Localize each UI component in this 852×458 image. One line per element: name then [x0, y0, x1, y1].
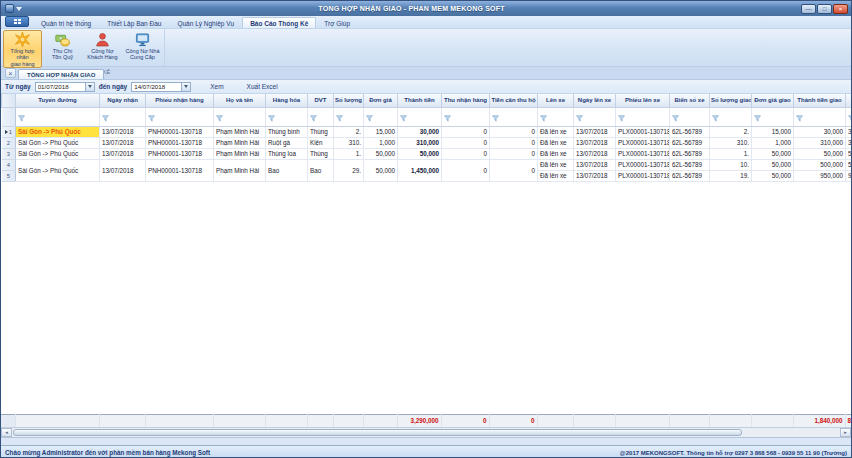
grid-column-header[interactable]: Thu giao hàng [846, 94, 852, 107]
grid-cell[interactable]: 50,000 [752, 159, 794, 170]
grid-cell[interactable]: PNH00001-130718 [146, 137, 214, 148]
ribbon-button-cash-fund[interactable]: Thu Chi Tồn Quỹ [43, 30, 82, 68]
grid-cell[interactable]: PLX00001-130718 [616, 148, 670, 159]
grid-cell[interactable]: Phạm Minh Hải [214, 159, 266, 181]
filter-row-indicator[interactable] [2, 107, 16, 126]
grid-cell[interactable]: Ruột gà [266, 137, 308, 148]
export-excel-button[interactable]: Xuất Excel [232, 81, 282, 92]
grid-cell[interactable]: 1,450,000 [398, 159, 442, 181]
horizontal-scrollbar[interactable]: ◄ ► [1, 427, 851, 437]
grid-cell[interactable]: 2. [334, 126, 364, 137]
ribbon-button-summary-report[interactable]: Tổng hợp nhận giao hàng [3, 30, 42, 68]
maximize-button[interactable]: □ [817, 4, 832, 14]
ribbon-tab-5[interactable]: Trợ Giúp [316, 17, 358, 28]
filter-cell[interactable] [266, 107, 308, 126]
grid-column-header[interactable]: Phiếu nhận hàng [146, 94, 214, 107]
view-button[interactable]: Xem [195, 81, 227, 92]
grid-cell[interactable]: 13/07/2018 [574, 159, 616, 170]
filter-cell[interactable] [670, 107, 710, 126]
filter-cell[interactable] [146, 107, 214, 126]
title-bar[interactable]: TỔNG HỢP NHẬN GIAO - PHẦN MỀM MEKONG SOF… [1, 1, 851, 16]
grid-row[interactable]: 3Sài Gòn -> Phú Quốc13/07/2018PNH00001-1… [2, 148, 852, 159]
grid-cell[interactable]: 13/07/2018 [574, 126, 616, 137]
from-date-input[interactable] [36, 83, 85, 91]
grid-column-header[interactable]: Lên xe [538, 94, 574, 107]
grid-cell[interactable]: 0 [490, 148, 538, 159]
grid-cell[interactable]: Đã lên xe [538, 126, 574, 137]
from-date-picker[interactable] [35, 82, 95, 92]
filter-cell[interactable] [616, 107, 670, 126]
grid-column-header[interactable]: Phiếu lên xe [616, 94, 670, 107]
filter-cell[interactable] [752, 107, 794, 126]
grid-cell[interactable]: 950,000 [794, 170, 846, 181]
ribbon-tab-3[interactable]: Quản Lý Nghiệp Vụ [169, 17, 242, 28]
grid-cell[interactable]: 50,000 [846, 148, 852, 159]
filter-cell[interactable] [794, 107, 846, 126]
grid-cell[interactable]: 310. [334, 137, 364, 148]
grid-cell[interactable]: PNH00001-130718 [146, 159, 214, 181]
grid-cell[interactable]: Phạm Minh Hải [214, 148, 266, 159]
filter-cell[interactable] [710, 107, 752, 126]
grid-column-header[interactable]: DVT [308, 94, 334, 107]
grid-cell[interactable]: PNH00001-130718 [146, 126, 214, 137]
grid-cell[interactable]: Đã lên xe [538, 170, 574, 181]
document-tab-1[interactable]: TỔNG HỢP NHẬN GIAO [18, 69, 104, 79]
grid-column-header[interactable]: Đơn giá giao [752, 94, 794, 107]
from-date-dropdown-button[interactable] [85, 83, 94, 91]
filter-cell[interactable] [214, 107, 266, 126]
grid-cell[interactable]: Sài Gòn -> Phú Quốc [16, 148, 100, 159]
grid-column-header[interactable]: Số lượng giao [710, 94, 752, 107]
scroll-left-button[interactable]: ◄ [1, 428, 12, 437]
grid-cell[interactable]: Bao [266, 159, 308, 181]
grid-column-header[interactable]: Thành tiền [398, 94, 442, 107]
grid-cell[interactable]: 500,000 [846, 159, 852, 170]
grid-cell[interactable]: 50,000 [752, 170, 794, 181]
ribbon-tab-1[interactable]: Quản trị hệ thống [33, 17, 99, 28]
filter-cell[interactable] [442, 107, 490, 126]
grid-cell[interactable]: 13/07/2018 [100, 137, 146, 148]
grid-filter-row[interactable] [2, 107, 852, 126]
grid-cell[interactable]: 13/07/2018 [100, 148, 146, 159]
grid-cell[interactable]: 310. [710, 137, 752, 148]
grid-cell[interactable]: 30,000 [398, 126, 442, 137]
ribbon-button-supplier-debt[interactable]: Công Nợ Nhà Cung Cấp [123, 30, 162, 68]
grid-cell[interactable]: 13/07/2018 [100, 126, 146, 137]
filter-cell[interactable] [364, 107, 398, 126]
grid-cell[interactable]: 0 [442, 137, 490, 148]
grid-column-header[interactable]: Thành tiền giao [794, 94, 846, 107]
grid-cell[interactable]: 500,000 [794, 159, 846, 170]
grid-cell[interactable]: Thùng [308, 126, 334, 137]
grid-cell[interactable]: 2. [710, 126, 752, 137]
grid-cell[interactable]: 1. [710, 148, 752, 159]
grid-cell[interactable]: 50,000 [364, 148, 398, 159]
grid-column-header[interactable]: Đơn giá [364, 94, 398, 107]
grid-cell[interactable]: PLX00001-130718 [616, 137, 670, 148]
grid-column-header[interactable]: Biển số xe [670, 94, 710, 107]
ribbon-button-customer-debt[interactable]: Công Nợ Khách Hàng [83, 30, 122, 68]
grid-cell[interactable]: 1,000 [364, 137, 398, 148]
grid-cell[interactable]: PLX00001-130718 [616, 159, 670, 170]
grid-cell[interactable]: 1,000 [752, 137, 794, 148]
document-close-button[interactable]: × [5, 68, 16, 78]
grid-cell[interactable]: PNH00001-130718 [146, 148, 214, 159]
grid-cell[interactable]: Đã lên xe [538, 137, 574, 148]
grid-column-header[interactable]: Thu nhận hàng [442, 94, 490, 107]
scrollbar-track[interactable] [12, 428, 840, 437]
grid-column-header[interactable]: Ngày nhận [100, 94, 146, 107]
grid-cell[interactable]: 15,000 [364, 126, 398, 137]
grid-cell[interactable]: 62L-56789 [670, 148, 710, 159]
grid-cell[interactable]: PLX00001-130718 [616, 170, 670, 181]
grid-cell[interactable]: 310,000 [398, 137, 442, 148]
grid-cell[interactable]: PLX00001-130718 [616, 126, 670, 137]
grid-cell[interactable]: 50,000 [794, 148, 846, 159]
grid-cell[interactable]: Thùng bình [266, 126, 308, 137]
grid-cell[interactable]: Sài Gòn -> Phú Quốc [16, 137, 100, 148]
grid-cell[interactable]: Phạm Minh Hải [214, 126, 266, 137]
filter-cell[interactable] [100, 107, 146, 126]
grid-cell[interactable]: 62L-56789 [670, 159, 710, 170]
grid-cell[interactable]: 310,000 [846, 137, 852, 148]
scroll-right-button[interactable]: ► [840, 428, 851, 437]
grid-cell[interactable]: Đã lên xe [538, 159, 574, 170]
grid-column-header[interactable]: Tuyến đường [16, 94, 100, 107]
app-icon[interactable] [5, 4, 14, 13]
